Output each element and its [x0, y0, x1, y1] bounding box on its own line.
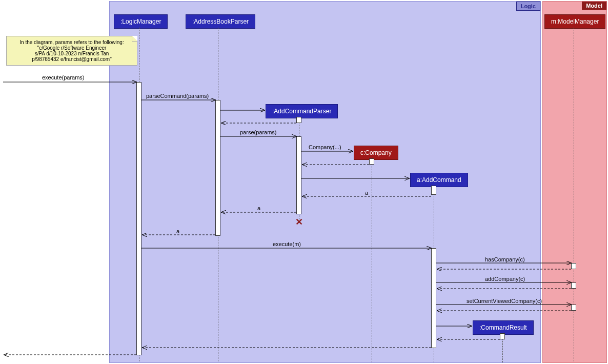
model-manager-lifeline	[574, 27, 574, 361]
address-book-parser-activation	[215, 100, 220, 236]
add-command-parser-activation-2	[296, 136, 301, 214]
logic-manager-participant: :LogicManager	[114, 14, 168, 29]
company-activation	[369, 158, 374, 165]
model-manager-activation-3	[571, 305, 576, 311]
return-a-1-label: a	[365, 190, 368, 196]
note-line-2: "c/Google r/Software Engineer	[37, 45, 107, 51]
logic-manager-activation	[136, 82, 141, 355]
destroy-icon: ✕	[295, 216, 303, 228]
company-ctor-label: Company(...)	[309, 144, 341, 150]
logic-region-header: Logic	[516, 2, 540, 11]
add-command-activation-1	[431, 186, 436, 195]
parse-command-params-label: parseCommand(params)	[146, 93, 209, 99]
has-company-label: hasCompany(c)	[485, 256, 525, 262]
address-book-parser-participant: :AddressBookParser	[186, 14, 255, 29]
command-result-participant: :CommandResult	[473, 320, 534, 335]
add-command-parser-participant: :AddCommandParser	[266, 104, 338, 118]
company-participant: c:Company	[354, 146, 398, 160]
params-note: In the diagram, params refers to the fol…	[6, 36, 137, 66]
add-command-parser-activation-1	[296, 117, 301, 123]
model-region-header: Model	[582, 2, 606, 10]
model-manager-activation-2	[571, 282, 576, 289]
add-command-participant: a:AddCommand	[410, 173, 468, 187]
command-result-activation	[500, 333, 505, 339]
model-manager-participant: m:ModelManager	[544, 14, 605, 29]
return-a-3-label: a	[176, 228, 179, 234]
note-line-4: p/98765432 e/francist@gmail.com"	[32, 56, 111, 62]
note-line-1: In the diagram, params refers to the fol…	[19, 39, 124, 45]
return-a-2-label: a	[257, 205, 260, 211]
set-current-viewed-label: setCurrentViewedCompany(c)	[467, 298, 542, 304]
model-manager-activation-1	[571, 263, 576, 269]
add-company-label: addCompany(c)	[485, 276, 525, 282]
parse-params-label: parse(params)	[240, 129, 277, 135]
execute-m-label: execute(m)	[273, 241, 301, 247]
add-command-activation-2	[431, 248, 436, 348]
company-lifeline	[372, 158, 372, 362]
note-line-3: s/PA d/10-10-2023 n/Francis Tan	[35, 51, 109, 56]
logic-region: Logic	[109, 1, 541, 363]
execute-params-label: execute(params)	[42, 74, 85, 80]
